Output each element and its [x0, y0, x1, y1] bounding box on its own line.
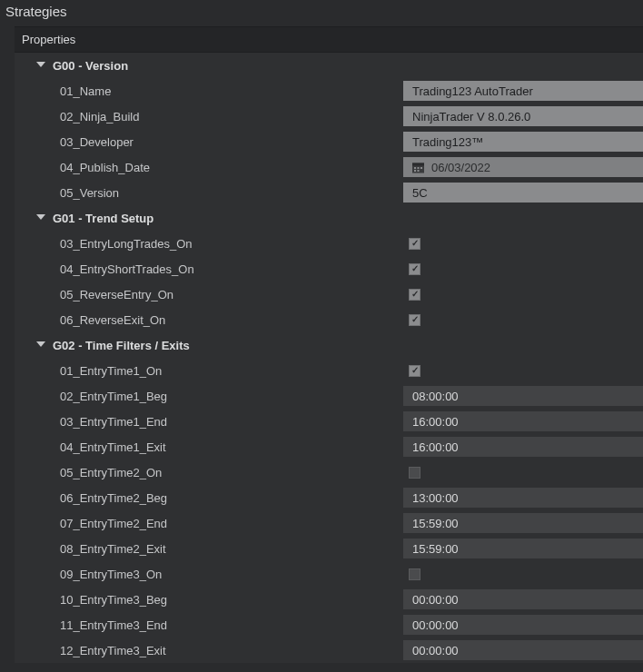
- row-g02-t3-beg: 10_EntryTime3_Beg 00:00:00: [15, 587, 643, 612]
- label: 01_Name: [60, 84, 111, 98]
- row-g02-t3-on: 09_EntryTime3_On: [15, 561, 643, 587]
- row-g00-version: 05_Version 5C: [15, 180, 643, 205]
- publish-date-text: 06/03/2022: [431, 161, 490, 174]
- input-t2-exit[interactable]: 15:59:00: [403, 539, 643, 558]
- row-g02-t3-end: 11_EntryTime3_End 00:00:00: [15, 612, 643, 637]
- row-g02-t2-on: 05_EntryTime2_On: [15, 460, 643, 485]
- value-name: Trading123 AutoTrader: [403, 81, 643, 101]
- label: 03_EntryTime1_End: [60, 415, 167, 429]
- checkbox-rev-entry[interactable]: [409, 289, 420, 301]
- value-publish-date[interactable]: 06/03/2022: [403, 157, 643, 177]
- label: 02_Ninja_Build: [60, 110, 139, 124]
- label: 02_EntryTime1_Beg: [60, 390, 167, 403]
- row-g00-publish-date: 04_Publish_Date 06/03: [15, 154, 643, 180]
- input-t3-beg[interactable]: 00:00:00: [403, 589, 643, 609]
- label: 06_ReverseExit_On: [60, 313, 165, 327]
- row-g01-rev-exit: 06_ReverseExit_On: [15, 307, 643, 332]
- row-g02-t1-on: 01_EntryTime1_On: [15, 358, 643, 383]
- input-t1-end[interactable]: 16:00:00: [403, 411, 643, 431]
- row-g02-t1-beg: 02_EntryTime1_Beg 08:00:00: [15, 383, 643, 409]
- label: 05_Version: [60, 186, 119, 200]
- group-g02[interactable]: G02 - Time Filters / Exits: [15, 332, 643, 358]
- checkbox-t1-on[interactable]: [409, 365, 420, 377]
- row-g02-t1-end: 03_EntryTime1_End 16:00:00: [15, 409, 643, 434]
- label: 10_EntryTime3_Beg: [60, 593, 167, 607]
- label: 07_EntryTime2_End: [60, 517, 167, 530]
- checkbox-entry-short[interactable]: [409, 263, 420, 275]
- label: 03_Developer: [60, 135, 134, 149]
- input-t2-end[interactable]: 15:59:00: [403, 513, 643, 533]
- input-t1-beg[interactable]: 08:00:00: [403, 386, 643, 406]
- row-g01-entry-short: 04_EntryShortTrades_On: [15, 256, 643, 282]
- group-g01[interactable]: G01 - Trend Setup: [15, 205, 643, 231]
- label: 01_EntryTime1_On: [60, 364, 162, 378]
- row-g02-t1-exit: 04_EntryTime1_Exit 16:00:00: [15, 434, 643, 460]
- checkbox-entry-long[interactable]: [409, 238, 420, 250]
- chevron-down-icon: [36, 214, 45, 220]
- group-g00[interactable]: G00 - Version: [15, 53, 643, 78]
- row-g02-t2-end: 07_EntryTime2_End 15:59:00: [15, 510, 643, 536]
- row-g00-name: 01_Name Trading123 AutoTrader: [15, 78, 643, 104]
- label: 04_EntryShortTrades_On: [60, 262, 194, 276]
- group-g01-title: G01 - Trend Setup: [53, 212, 153, 225]
- row-g02-t2-exit: 08_EntryTime2_Exit 15:59:00: [15, 536, 643, 561]
- input-t3-end[interactable]: 00:00:00: [403, 615, 643, 635]
- chevron-down-icon: [36, 62, 45, 67]
- label: 08_EntryTime2_Exit: [60, 542, 166, 556]
- checkbox-t2-on[interactable]: [409, 467, 420, 479]
- svg-rect-2: [414, 167, 416, 169]
- input-t3-exit[interactable]: 00:00:00: [403, 640, 643, 660]
- svg-rect-4: [420, 167, 422, 169]
- row-g00-ninja-build: 02_Ninja_Build NinjaTrader V 8.0.26.0: [15, 104, 643, 129]
- value-developer: Trading123™: [403, 132, 643, 152]
- row-g02-t2-beg: 06_EntryTime2_Beg 13:00:00: [15, 485, 643, 510]
- svg-rect-3: [418, 167, 420, 169]
- chevron-down-icon: [36, 341, 45, 347]
- row-g01-entry-long: 03_EntryLongTrades_On: [15, 231, 643, 256]
- value-version: 5C: [403, 183, 643, 203]
- calendar-icon: [412, 162, 424, 173]
- label: 06_EntryTime2_Beg: [60, 491, 167, 505]
- group-g00-title: G00 - Version: [53, 59, 128, 73]
- label: 05_EntryTime2_On: [60, 466, 162, 479]
- label: 04_Publish_Date: [60, 161, 150, 174]
- properties-header: Properties: [15, 27, 643, 53]
- properties-panel: Properties G00 - Version 01_Name Trading…: [15, 26, 643, 663]
- row-g02-t3-exit: 12_EntryTime3_Exit 00:00:00: [15, 637, 643, 663]
- group-g02-title: G02 - Time Filters / Exits: [53, 339, 190, 352]
- value-ninja-build: NinjaTrader V 8.0.26.0: [403, 106, 643, 126]
- label: 05_ReverseEntry_On: [60, 288, 173, 301]
- svg-rect-5: [414, 170, 416, 172]
- strategies-title: Strategies: [0, 0, 643, 26]
- label: 11_EntryTime3_End: [60, 618, 167, 632]
- label: 04_EntryTime1_Exit: [60, 440, 166, 454]
- properties-rows: G00 - Version 01_Name Trading123 AutoTra…: [15, 53, 643, 663]
- input-t1-exit[interactable]: 16:00:00: [403, 437, 643, 457]
- label: 03_EntryLongTrades_On: [60, 237, 193, 251]
- label: 12_EntryTime3_Exit: [60, 644, 166, 657]
- checkbox-rev-exit[interactable]: [409, 314, 420, 326]
- label: 09_EntryTime3_On: [60, 568, 162, 581]
- svg-rect-1: [412, 163, 424, 165]
- checkbox-t3-on[interactable]: [409, 568, 420, 580]
- svg-rect-6: [418, 170, 420, 172]
- row-g01-rev-entry: 05_ReverseEntry_On: [15, 282, 643, 307]
- row-g00-developer: 03_Developer Trading123™: [15, 129, 643, 154]
- input-t2-beg[interactable]: 13:00:00: [403, 488, 643, 508]
